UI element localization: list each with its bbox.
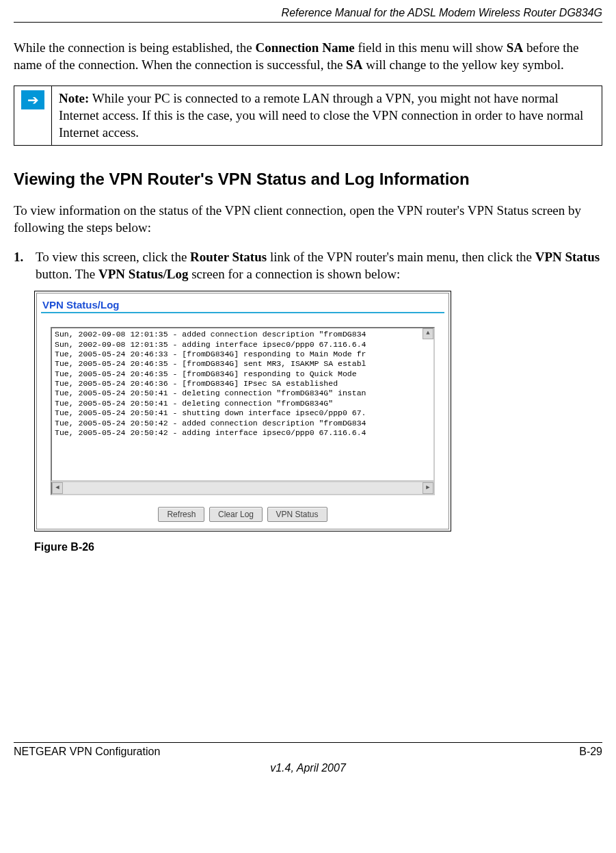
arrow-right-icon xyxy=(21,90,44,109)
log-line: Tue, 2005-05-24 20:50:41 - shutting down… xyxy=(55,408,366,417)
bold-text: SA xyxy=(507,40,523,55)
text: will change to the yellow key symbol. xyxy=(362,57,563,72)
note-box: Note: While your PC is connected to a re… xyxy=(14,86,602,146)
footer-version: v1.4, April 2007 xyxy=(14,762,602,774)
log-line: Tue, 2005-05-24 20:46:36 - [fromDG834G] … xyxy=(55,379,338,388)
page-footer: NETGEAR VPN Configuration B-29 v1.4, Apr… xyxy=(14,742,602,774)
clear-log-button[interactable]: Clear Log xyxy=(209,507,263,522)
step-1: 1. To view this screen, click the Router… xyxy=(14,249,602,283)
bold-text: Connection Name xyxy=(256,40,355,55)
bold-text: SA xyxy=(346,57,362,72)
button-row: Refresh Clear Log VPN Status xyxy=(41,506,444,522)
step-text: To view this screen, click the Router St… xyxy=(36,249,602,283)
divider xyxy=(41,312,444,313)
log-line: Tue, 2005-05-24 20:50:41 - deleting conn… xyxy=(55,399,333,408)
scroll-right-icon[interactable]: ► xyxy=(423,482,433,494)
note-text: While your PC is connected to a remote L… xyxy=(59,91,583,139)
log-textarea[interactable]: Sun, 2002-09-08 12:01:35 - added connect… xyxy=(51,327,435,482)
log-line: Tue, 2005-05-24 20:50:41 - deleting conn… xyxy=(55,389,366,397)
note-text-cell: Note: While your PC is connected to a re… xyxy=(52,86,602,146)
note-icon-cell xyxy=(14,86,52,146)
horizontal-scrollbar[interactable]: ◄ ► xyxy=(51,482,435,495)
scroll-up-icon[interactable]: ▲ xyxy=(423,328,433,339)
paragraph-2: To view information on the status of the… xyxy=(14,202,602,236)
scroll-left-icon[interactable]: ◄ xyxy=(52,482,63,494)
bold-text: VPN Status xyxy=(535,250,600,264)
bold-text: Router Status xyxy=(190,250,267,264)
note-label: Note: xyxy=(59,91,89,105)
text: link of the VPN router's main menu, then… xyxy=(267,250,535,264)
bold-text: VPN Status/Log xyxy=(98,267,188,281)
vpn-status-button[interactable]: VPN Status xyxy=(267,507,327,522)
text: button. The xyxy=(36,267,98,281)
text: While the connection is being establishe… xyxy=(14,40,256,55)
log-line: Tue, 2005-05-24 20:50:42 - adding interf… xyxy=(55,428,366,437)
log-line: Tue, 2005-05-24 20:46:35 - [fromDG834G] … xyxy=(55,369,357,378)
refresh-button[interactable]: Refresh xyxy=(158,507,204,522)
log-line: Tue, 2005-05-24 20:46:35 - [fromDG834G] … xyxy=(55,359,366,368)
vpn-status-screenshot: VPN Status/Log Sun, 2002-09-08 12:01:35 … xyxy=(34,291,451,532)
text: screen for a connection is shown below: xyxy=(188,267,400,281)
paragraph-1: While the connection is being establishe… xyxy=(14,40,602,73)
footer-page-number: B-29 xyxy=(579,746,602,758)
log-line: Tue, 2005-05-24 20:46:33 - [fromDG834G] … xyxy=(55,350,366,358)
step-number: 1. xyxy=(14,249,27,283)
log-line: Sun, 2002-09-08 12:01:35 - added connect… xyxy=(55,330,366,339)
section-heading: Viewing the VPN Router's VPN Status and … xyxy=(14,170,602,189)
log-line: Tue, 2005-05-24 20:50:42 - added connect… xyxy=(55,419,366,428)
figure-caption: Figure B-26 xyxy=(34,541,602,553)
footer-left: NETGEAR VPN Configuration xyxy=(14,746,160,758)
screenshot-title: VPN Status/Log xyxy=(42,299,444,311)
log-line: Sun, 2002-09-08 12:01:35 - adding interf… xyxy=(55,340,366,349)
text: field in this menu will show xyxy=(355,40,507,55)
page-header: Reference Manual for the ADSL Modem Wire… xyxy=(14,7,602,23)
text: To view this screen, click the xyxy=(36,250,190,264)
